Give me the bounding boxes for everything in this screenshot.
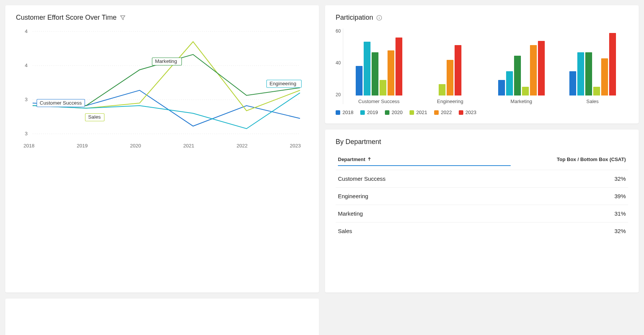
legend-label: 2020 xyxy=(392,110,403,115)
ytick: 20 xyxy=(336,92,341,97)
x-tick: 2022 xyxy=(236,143,247,149)
legend-swatch xyxy=(410,110,414,115)
line-series[interactable] xyxy=(33,93,300,129)
bar[interactable] xyxy=(380,80,386,95)
svg-text:4: 4 xyxy=(25,29,28,34)
legend-item[interactable]: 2020 xyxy=(385,110,403,115)
legend-swatch xyxy=(336,110,340,115)
sort-asc-icon xyxy=(367,157,371,162)
bar[interactable] xyxy=(538,41,545,95)
legend-label: 2018 xyxy=(342,110,353,115)
legend-item[interactable]: 2023 xyxy=(459,110,477,115)
bar-group: Engineering xyxy=(422,35,478,104)
bar-category-label: Sales xyxy=(586,99,599,104)
bar[interactable] xyxy=(593,87,600,95)
ces-card: Customer Effort Score Over Time 4433Cust… xyxy=(5,5,319,293)
bar[interactable] xyxy=(577,52,584,95)
bar[interactable] xyxy=(447,60,453,95)
dept-cell: Customer Success xyxy=(338,175,386,182)
bar[interactable] xyxy=(530,45,537,95)
x-tick: 2021 xyxy=(183,143,194,149)
x-tick: 2018 xyxy=(23,143,34,149)
legend-label: 2021 xyxy=(416,110,427,115)
by-department-title-text: By Department xyxy=(336,138,381,146)
ces-chart: 4433Customer SuccessSalesMarketingEngine… xyxy=(16,28,308,149)
bar[interactable] xyxy=(388,50,394,95)
bar[interactable] xyxy=(506,71,513,95)
bar[interactable] xyxy=(522,87,529,95)
series-label: Sales xyxy=(88,115,101,120)
x-tick: 2020 xyxy=(130,143,141,149)
table-row[interactable]: Customer Success32% xyxy=(336,170,628,187)
table-row[interactable]: Sales32% xyxy=(336,222,628,240)
dept-cell: Marketing xyxy=(338,210,363,217)
filter-icon[interactable] xyxy=(120,15,126,21)
participation-title-text: Participation xyxy=(336,14,373,22)
participation-y-axis: 60 40 20 xyxy=(336,28,341,104)
legend-item[interactable]: 2022 xyxy=(434,110,452,115)
legend-swatch xyxy=(434,110,439,115)
x-tick: 2023 xyxy=(290,143,301,149)
svg-text:3: 3 xyxy=(25,131,28,136)
bar[interactable] xyxy=(395,38,402,95)
legend-swatch xyxy=(459,110,463,115)
by-department-title: By Department xyxy=(336,138,628,146)
bar[interactable] xyxy=(439,84,445,95)
metric-cell: 32% xyxy=(614,228,626,234)
metric-cell: 39% xyxy=(614,193,626,199)
legend-swatch xyxy=(385,110,389,115)
svg-point-2 xyxy=(379,16,379,16)
metric-column-header[interactable]: Top Box / Bottom Box (CSAT) xyxy=(557,157,626,166)
table-row[interactable]: Engineering39% xyxy=(336,187,628,205)
info-icon[interactable] xyxy=(376,15,382,21)
by-department-card: By Department Department Top Box / Botto… xyxy=(325,130,639,293)
participation-card: Participation 60 40 20 Customer SuccessE… xyxy=(325,5,639,124)
dept-cell: Sales xyxy=(338,228,352,234)
series-label: Marketing xyxy=(155,59,177,64)
rating-card: 3.45 ★★★⯨☆☆ 837 Responses 6 stars20.55% … xyxy=(5,299,319,335)
participation-legend: 201820192020202120222023 xyxy=(336,110,628,115)
bar[interactable] xyxy=(569,71,576,95)
legend-label: 2022 xyxy=(441,110,452,115)
bar[interactable] xyxy=(609,33,616,95)
bar[interactable] xyxy=(455,45,461,95)
x-tick: 2019 xyxy=(77,143,88,149)
metric-cell: 32% xyxy=(614,175,626,182)
bar-category-label: Marketing xyxy=(511,99,532,104)
bar[interactable] xyxy=(601,58,608,95)
svg-text:3: 3 xyxy=(25,97,28,102)
participation-title: Participation xyxy=(336,14,628,22)
metric-cell: 31% xyxy=(614,210,626,217)
bar-group: Customer Success xyxy=(351,35,407,104)
series-label: Engineering xyxy=(269,81,296,86)
legend-item[interactable]: 2019 xyxy=(360,110,378,115)
line-series[interactable] xyxy=(33,90,300,126)
dept-column-header[interactable]: Department xyxy=(338,157,511,166)
bar[interactable] xyxy=(356,66,363,95)
ytick: 40 xyxy=(336,60,341,66)
department-table: Department Top Box / Bottom Box (CSAT) C… xyxy=(336,153,628,240)
dept-cell: Engineering xyxy=(338,193,368,199)
ces-title-text: Customer Effort Score Over Time xyxy=(16,14,117,22)
legend-label: 2019 xyxy=(367,110,378,115)
participation-chart: 60 40 20 Customer SuccessEngineeringMark… xyxy=(336,28,628,104)
bar[interactable] xyxy=(364,42,370,95)
ces-title: Customer Effort Score Over Time xyxy=(16,14,308,22)
svg-text:4: 4 xyxy=(25,63,28,68)
table-row[interactable]: Marketing31% xyxy=(336,205,628,222)
legend-swatch xyxy=(360,110,365,115)
bar-category-label: Customer Success xyxy=(358,99,400,104)
legend-item[interactable]: 2018 xyxy=(336,110,353,115)
bar[interactable] xyxy=(585,52,592,95)
legend-item[interactable]: 2021 xyxy=(410,110,427,115)
bar[interactable] xyxy=(498,80,505,95)
bar[interactable] xyxy=(514,56,521,95)
series-label: Customer Success xyxy=(40,101,82,106)
bar-group: Sales xyxy=(564,35,621,104)
dept-column-label: Department xyxy=(338,157,365,162)
bar[interactable] xyxy=(372,52,378,95)
legend-label: 2023 xyxy=(466,110,477,115)
bar-group: Marketing xyxy=(493,35,549,104)
bar-category-label: Engineering xyxy=(437,99,463,104)
ytick: 60 xyxy=(336,28,341,34)
